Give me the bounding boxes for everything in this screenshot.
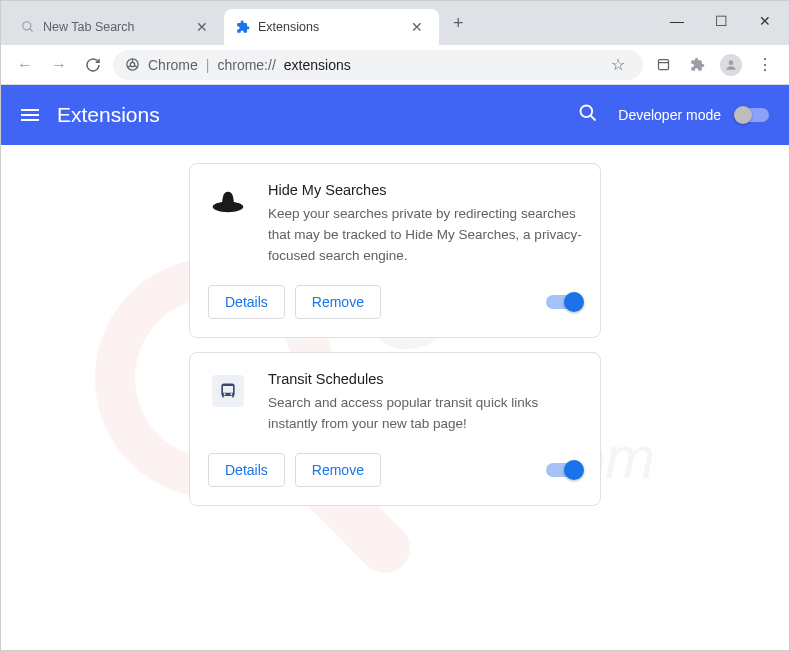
svg-rect-7 — [658, 60, 668, 70]
address-bar: ← → Chrome | chrome://extensions ☆ ⋮ — [1, 45, 789, 85]
search-icon — [21, 20, 35, 34]
extensions-content: PC risk .com Hide My Searches Keep your … — [1, 145, 789, 650]
hat-icon — [208, 182, 248, 222]
profile-button[interactable] — [717, 51, 745, 79]
tab-title: New Tab Search — [43, 20, 135, 34]
page-title: Extensions — [57, 103, 160, 127]
remove-button[interactable]: Remove — [295, 453, 381, 487]
close-icon[interactable]: ✕ — [407, 17, 427, 37]
url-divider: | — [206, 57, 210, 73]
puzzle-icon — [236, 20, 250, 34]
svg-point-0 — [23, 22, 31, 30]
extension-card: Transit Schedules Search and access popu… — [189, 352, 601, 506]
enable-toggle[interactable] — [546, 463, 582, 477]
svg-line-6 — [134, 66, 137, 68]
close-button[interactable]: ✕ — [743, 5, 787, 37]
svg-point-9 — [729, 60, 734, 65]
reload-button[interactable] — [79, 51, 107, 79]
titlebar: New Tab Search ✕ Extensions ✕ + — ☐ ✕ — [1, 1, 789, 45]
bookmark-star-icon[interactable]: ☆ — [605, 55, 631, 74]
tab-new-tab-search[interactable]: New Tab Search ✕ — [9, 9, 224, 45]
new-tab-button[interactable]: + — [439, 13, 478, 34]
search-button[interactable] — [578, 103, 598, 127]
url-scheme: Chrome — [148, 57, 198, 73]
svg-point-10 — [581, 106, 593, 118]
tab-title: Extensions — [258, 20, 319, 34]
extension-name: Hide My Searches — [268, 182, 582, 198]
chrome-icon — [125, 57, 140, 72]
hamburger-menu-icon[interactable] — [21, 109, 39, 121]
url-prefix: chrome:// — [217, 57, 275, 73]
url-path: extensions — [284, 57, 351, 73]
developer-mode-toggle[interactable] — [735, 108, 769, 122]
avatar-icon — [720, 54, 742, 76]
browser-window: New Tab Search ✕ Extensions ✕ + — ☐ ✕ ← … — [0, 0, 790, 651]
back-button[interactable]: ← — [11, 51, 39, 79]
bus-icon — [208, 371, 248, 411]
details-button[interactable]: Details — [208, 453, 285, 487]
extension-card: Hide My Searches Keep your searches priv… — [189, 163, 601, 338]
minimize-button[interactable]: — — [655, 5, 699, 37]
kebab-menu-icon[interactable]: ⋮ — [751, 51, 779, 79]
maximize-button[interactable]: ☐ — [699, 5, 743, 37]
reading-list-icon[interactable] — [649, 51, 677, 79]
extensions-icon[interactable] — [683, 51, 711, 79]
svg-line-5 — [128, 66, 131, 68]
svg-line-11 — [591, 116, 596, 121]
extension-description: Search and access popular transit quick … — [268, 393, 582, 435]
extensions-header: Extensions Developer mode — [1, 85, 789, 145]
svg-line-1 — [30, 29, 33, 32]
close-icon[interactable]: ✕ — [192, 17, 212, 37]
remove-button[interactable]: Remove — [295, 285, 381, 319]
window-controls: — ☐ ✕ — [655, 1, 789, 37]
developer-mode-label: Developer mode — [618, 107, 721, 123]
forward-button[interactable]: → — [45, 51, 73, 79]
details-button[interactable]: Details — [208, 285, 285, 319]
svg-point-3 — [130, 62, 134, 66]
tab-extensions[interactable]: Extensions ✕ — [224, 9, 439, 45]
omnibox[interactable]: Chrome | chrome://extensions ☆ — [113, 50, 643, 80]
enable-toggle[interactable] — [546, 295, 582, 309]
extension-description: Keep your searches private by redirectin… — [268, 204, 582, 267]
extension-name: Transit Schedules — [268, 371, 582, 387]
